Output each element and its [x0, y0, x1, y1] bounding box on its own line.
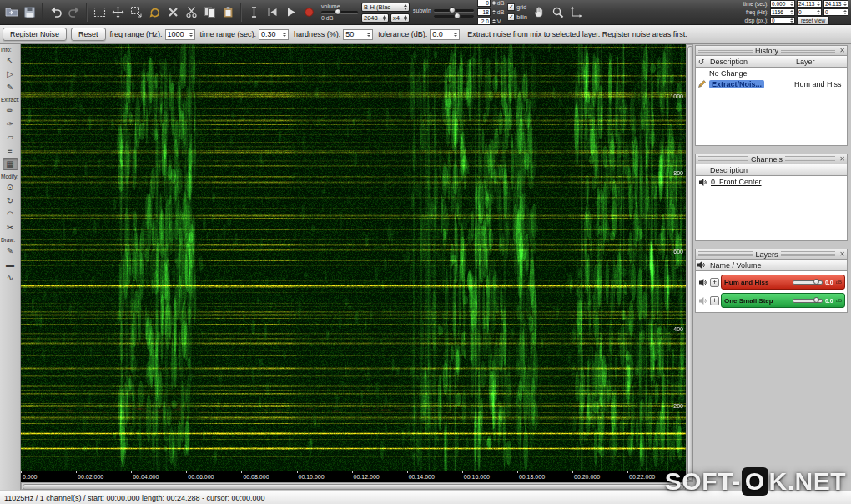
stepper-icon[interactable] [843, 10, 847, 14]
stepper-icon[interactable] [492, 1, 496, 5]
curve-modify-tool[interactable]: ◠ [3, 208, 18, 220]
volume-slider-thumb[interactable] [335, 8, 341, 15]
subwin-slider[interactable] [434, 9, 474, 12]
rotate-modify-tool[interactable]: ↻ [3, 194, 18, 207]
stepper-icon[interactable] [790, 2, 793, 6]
harmonic-extract-tool[interactable]: ≡ [3, 144, 18, 157]
stepper-icon[interactable] [790, 10, 793, 14]
view-field[interactable]: 0 [797, 8, 822, 16]
level-field-value[interactable]: 18 [477, 8, 491, 16]
clear-selection-icon[interactable] [164, 3, 182, 23]
view-field[interactable]: 24.113 [797, 0, 822, 8]
history-row[interactable]: No Change [696, 68, 847, 78]
stepper-icon[interactable] [367, 33, 370, 37]
pencil-extract-tool[interactable]: ✏ [3, 104, 18, 117]
wave-draw-tool[interactable]: ∿ [3, 271, 18, 284]
spectrogram-canvas[interactable] [21, 44, 686, 471]
level-field-value[interactable]: 0 [477, 0, 491, 7]
window-type-select[interactable]: B-H (Blac [361, 3, 410, 12]
level-field-value[interactable]: 2.0 [477, 18, 491, 25]
level-field: 2.0V [477, 18, 505, 25]
axes-icon[interactable] [567, 3, 585, 23]
view-field[interactable]: 0.000 [770, 0, 795, 8]
close-icon[interactable]: ✕ [838, 156, 847, 163]
stepper-icon[interactable] [790, 18, 793, 23]
magnifier-icon[interactable] [549, 3, 566, 23]
pencil-draw-tool[interactable]: ✎ [3, 244, 18, 257]
noise-param-field[interactable]: 50 [343, 29, 373, 40]
reset-noise-button[interactable]: Reset [71, 28, 106, 41]
undo-icon[interactable] [47, 3, 64, 23]
box-extract-tool[interactable]: ▦ [3, 158, 18, 170]
register-noise-button[interactable]: Register Noise [3, 28, 67, 41]
zoom-selection-icon[interactable] [128, 3, 145, 23]
stepper-icon[interactable] [817, 10, 820, 14]
cut-icon[interactable] [183, 3, 200, 23]
stepper-icon[interactable] [492, 19, 496, 23]
move-selection-icon[interactable] [109, 3, 127, 23]
expand-layer-button[interactable]: + [710, 278, 719, 287]
subwin-slider-2[interactable] [434, 15, 474, 18]
history-undo-icon[interactable]: ↺ [695, 56, 707, 68]
cut-modify-tool[interactable]: ✂ [3, 221, 18, 234]
save-icon[interactable] [21, 3, 38, 23]
layer-volume-slider[interactable] [793, 280, 823, 285]
paste-icon[interactable] [219, 3, 237, 23]
noise-param-field[interactable]: 0.30 [259, 29, 289, 40]
hand-tool-icon[interactable] [531, 3, 548, 23]
grid-checkbox[interactable]: ✓grid [507, 3, 526, 11]
line-draw-tool[interactable]: ▬ [3, 258, 18, 270]
stepper-icon[interactable] [454, 33, 457, 37]
play-region-tool[interactable]: ▷ [3, 68, 18, 80]
volume-slider[interactable] [321, 11, 358, 13]
eraser-extract-tool[interactable]: ▱ [3, 131, 18, 144]
reset-view-button[interactable]: reset view [797, 16, 829, 25]
notes-tool[interactable]: ✎ [3, 81, 18, 93]
speaker-icon[interactable] [697, 278, 708, 287]
vertical-scrollbar-thumb[interactable] [687, 46, 693, 481]
layer-name-bar[interactable]: One Small Step0.0dB [721, 293, 845, 308]
layer-volume-slider[interactable] [793, 299, 823, 303]
vertical-scrollbar[interactable] [686, 44, 693, 482]
record-icon[interactable] [300, 3, 318, 23]
bilin-checkbox[interactable]: ✓bilin [507, 13, 526, 21]
fft-size-select[interactable]: 2048 [361, 13, 389, 23]
ibeam-cursor-icon[interactable] [245, 3, 263, 23]
open-file-icon[interactable] [3, 3, 20, 23]
expand-layer-button[interactable]: + [710, 296, 719, 305]
time-modify-tool[interactable]: ⊙ [3, 181, 18, 194]
view-field[interactable]: 1156 [770, 8, 795, 16]
play-icon[interactable] [282, 3, 300, 23]
layer-name-bar[interactable]: Hum and Hiss0.0dB [721, 275, 845, 290]
subwin-slider-thumb[interactable] [449, 7, 456, 13]
cursor-info-tool[interactable]: ↖ [3, 54, 18, 67]
brush-extract-tool[interactable]: ✑ [3, 118, 18, 130]
view-field[interactable]: 0 [823, 8, 848, 16]
view-field[interactable]: 0 [770, 17, 795, 24]
horizontal-scrollbar-thumb[interactable] [23, 484, 684, 490]
copy-icon[interactable] [201, 3, 219, 23]
noise-param-field[interactable]: 0.0 [430, 29, 460, 40]
channel-row[interactable]: 0. Front Center [696, 176, 847, 188]
close-icon[interactable]: ✕ [838, 48, 847, 54]
speaker-icon[interactable] [697, 178, 708, 187]
history-row[interactable]: Extract/Nois...Hum and Hiss [696, 78, 847, 89]
subwin-slider-2-thumb[interactable] [454, 13, 461, 19]
horizontal-scrollbar[interactable] [21, 482, 686, 490]
zoom-factor-select[interactable]: x4 [390, 13, 410, 23]
view-field[interactable]: 24.113 [823, 0, 848, 8]
stepper-icon[interactable] [492, 10, 496, 14]
close-icon[interactable]: ✕ [838, 251, 847, 258]
noise-param-field[interactable]: 1000 [165, 29, 195, 40]
stepper-icon[interactable] [189, 33, 193, 37]
stepper-icon[interactable] [843, 2, 847, 6]
layer-volume-thumb[interactable] [813, 279, 819, 285]
rotate-selection-icon[interactable] [146, 3, 164, 23]
rewind-icon[interactable] [264, 3, 281, 23]
layer-volume-thumb[interactable] [813, 297, 819, 303]
marquee-select-icon[interactable] [91, 3, 108, 23]
stepper-icon[interactable] [817, 2, 820, 6]
redo-icon[interactable] [65, 3, 83, 23]
speaker-muted-icon[interactable] [697, 296, 708, 305]
stepper-icon[interactable] [283, 33, 286, 37]
